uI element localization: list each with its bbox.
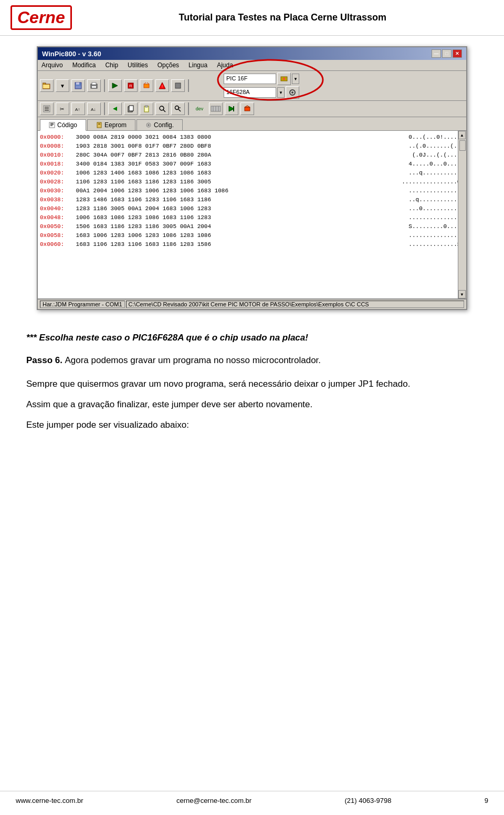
tb2-arrow-btn[interactable] [108, 102, 122, 115]
code-scrollbar[interactable]: ▲ ▼ [458, 131, 466, 298]
menu-lingua[interactable]: Lingua [187, 61, 209, 69]
close-button[interactable]: ✕ [453, 49, 462, 58]
menu-chip[interactable]: Chip [103, 61, 120, 69]
status-right: C:\Cerne\CD Revisado 2007\kit Cerne PIC … [126, 301, 464, 308]
code-addr: 0x0060: [40, 240, 72, 249]
code-ascii: ..q............. [401, 195, 464, 204]
svg-rect-32 [129, 106, 133, 111]
statusbar: Har.:JDM Programmer - COM1 C:\Cerne\CD R… [38, 299, 466, 309]
step-label: Passo 6. [26, 355, 62, 365]
svg-rect-7 [92, 82, 96, 85]
code-row: 0x0040: 1283 1186 3005 00A1 2004 1683 10… [40, 204, 464, 213]
svg-rect-5 [76, 86, 81, 88]
tb-open-btn[interactable] [40, 79, 54, 92]
code-addr: 0x0028: [40, 178, 72, 187]
code-addr: 0x0008: [40, 142, 72, 151]
tb-print-btn[interactable] [87, 79, 101, 92]
menu-utilities[interactable]: Utilities [126, 61, 150, 69]
tb-save-btn[interactable] [71, 79, 85, 92]
code-hex: 1683 1006 1283 1006 1283 1086 1283 1086 [72, 231, 401, 240]
svg-rect-1 [43, 83, 46, 85]
winpic-titlebar: WinPic800 - v 3.60 — □ ✕ [38, 47, 466, 60]
code-ascii: 4.....0...0..... [401, 160, 464, 169]
footer-phone: (21) 4063-9798 [345, 797, 392, 804]
code-row: 0x0058: 1683 1006 1283 1006 1283 1086 12… [40, 231, 464, 240]
chip-dropdown-area: PIC 16F ▼ 16F628A ▼ [224, 73, 299, 99]
footer-page: 9 [485, 797, 488, 804]
tab-codigo[interactable]: Código [40, 119, 86, 131]
code-row: 0x0060: 1683 1106 1283 1106 1683 1186 12… [40, 240, 464, 249]
code-ascii: ................0. [395, 178, 464, 187]
tb-read-btn[interactable]: R [124, 79, 138, 92]
paragraph4: Este jumper pode ser visualizado abaixo: [26, 418, 478, 432]
menubar: Arquivo Modifica Chip Utilities Opções L… [38, 60, 466, 71]
tb2-btn1[interactable] [40, 102, 54, 115]
scrollbar-up[interactable]: ▲ [458, 131, 466, 139]
svg-marker-9 [112, 83, 118, 88]
code-hex: 3400 0184 1383 301F 0583 3007 009F 1683 [72, 160, 401, 169]
tb-program-btn[interactable] [108, 79, 122, 92]
pic-family-arrow[interactable]: ▼ [292, 74, 299, 84]
toolbar2: ✂ A↑ A↓ dev [38, 101, 466, 117]
titlebar-buttons: — □ ✕ [432, 49, 462, 58]
tb2-prog2-btn[interactable] [225, 102, 238, 115]
tb2-find-btn[interactable] [171, 102, 185, 115]
scrollbar-down[interactable]: ▼ [458, 290, 466, 298]
tab-codigo-label: Código [57, 121, 77, 129]
tab-config-label: Config. [154, 121, 174, 129]
code-addr: 0x0038: [40, 195, 72, 204]
paragraph2: Sempre que quisermos gravar um novo prog… [26, 377, 478, 391]
code-row: 0x0020: 1006 1283 1406 1683 1086 1283 10… [40, 169, 464, 178]
svg-text:!: ! [162, 85, 163, 88]
pic-family-icon[interactable] [277, 73, 291, 85]
body-paragraph-step: Passo 6. Agora podemos gravar um program… [26, 353, 478, 367]
scrollbar-thumb[interactable] [459, 140, 466, 151]
pic-model-box[interactable]: 16F628A [224, 87, 276, 98]
tb2-copy-btn[interactable] [124, 102, 138, 115]
tb2-dev-btn[interactable] [209, 102, 223, 115]
menu-modifica[interactable]: Modifica [71, 61, 98, 69]
code-row: 0x0018: 3400 0184 1383 301F 0583 3007 00… [40, 160, 464, 169]
svg-text:A↓: A↓ [91, 107, 96, 112]
code-addr: 0x0058: [40, 231, 72, 240]
svg-rect-4 [76, 82, 79, 85]
tb-erase-btn[interactable] [140, 79, 153, 92]
tb2-btn2[interactable]: ✂ [56, 102, 69, 115]
pic-family-box[interactable]: PIC 16F [224, 74, 276, 84]
menu-arquivo[interactable]: Arquivo [40, 61, 65, 69]
dev-label: dev [192, 106, 207, 111]
svg-line-36 [163, 110, 165, 112]
code-ascii: ................ [401, 231, 464, 240]
pic-model-arrow[interactable]: ▼ [277, 87, 285, 98]
tab-eeprom[interactable]: Eeprom [87, 119, 135, 130]
tb2-search-btn[interactable] [155, 102, 169, 115]
code-ascii: (.0J...(.(...(. [401, 151, 464, 160]
text-section: *** Escolha neste caso o PIC16F628A que … [16, 326, 488, 443]
code-row: 0x0048: 1006 1683 1086 1283 1086 1683 11… [40, 213, 464, 222]
code-addr: 0x0050: [40, 222, 72, 231]
pic-model-btn[interactable] [286, 86, 299, 99]
pic-model-dropdown[interactable]: 16F628A ▼ [224, 86, 299, 99]
maximize-button[interactable]: □ [442, 49, 452, 58]
tb2-btn3[interactable]: A↑ [71, 102, 85, 115]
menu-opcoes[interactable]: Opções [156, 61, 181, 69]
pic-family-dropdown[interactable]: PIC 16F ▼ [224, 73, 299, 85]
tb2-misc-btn[interactable] [240, 102, 254, 115]
tb2-paste-btn[interactable] [140, 102, 153, 115]
minimize-button[interactable]: — [432, 49, 441, 58]
tb-verify-btn[interactable]: ! [155, 79, 169, 92]
code-row: 0x0050: 1506 1683 1186 1283 1186 3005 00… [40, 222, 464, 231]
code-ascii: ..............S. [401, 240, 464, 249]
svg-rect-53 [98, 123, 100, 125]
tb-stop-btn[interactable] [171, 79, 185, 92]
tab-config[interactable]: Config. [136, 119, 183, 130]
code-area: 0x0000: 3000 008A 2819 0000 3021 0084 13… [38, 131, 466, 299]
code-hex: 1106 1283 1106 1683 1186 1283 1186 3005 [72, 178, 395, 187]
svg-rect-2 [43, 85, 49, 88]
svg-rect-8 [92, 86, 96, 88]
tb-arrow-btn[interactable]: ▼ [56, 79, 69, 92]
svg-line-38 [178, 109, 181, 111]
svg-text:R: R [129, 84, 132, 88]
tb2-btn4[interactable]: A↓ [87, 102, 101, 115]
menu-ajuda[interactable]: Ajuda [215, 61, 235, 69]
